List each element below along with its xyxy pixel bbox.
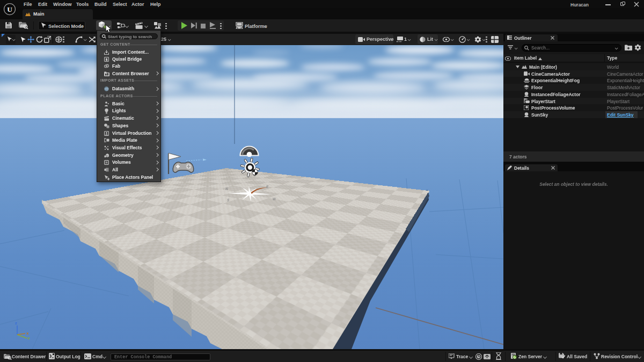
svg-text:S: S xyxy=(227,198,230,202)
svg-text:W: W xyxy=(273,197,276,201)
svg-text:z: z xyxy=(15,321,17,325)
svg-text:y: y xyxy=(27,336,30,339)
svg-text:U: U xyxy=(7,5,12,13)
svg-text:N: N xyxy=(225,187,228,191)
svg-text:E: E xyxy=(266,185,269,189)
svg-text:x: x xyxy=(26,331,29,336)
